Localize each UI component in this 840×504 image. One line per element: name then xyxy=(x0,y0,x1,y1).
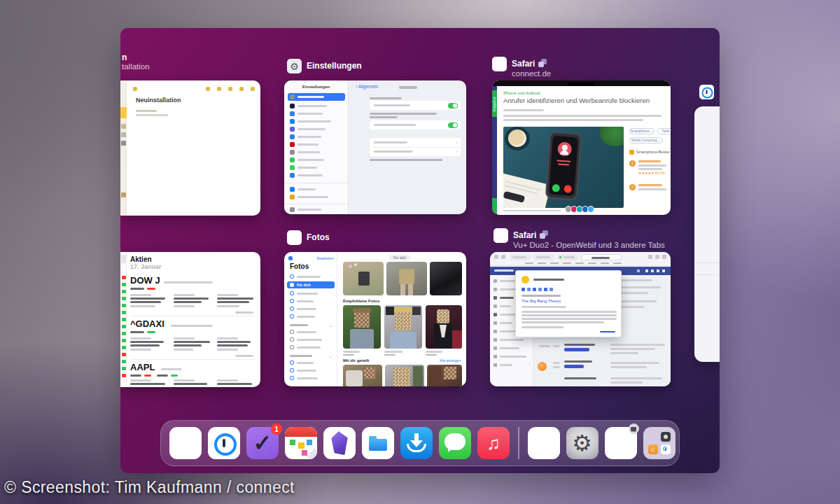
article-headline: Anrufer identifizieren und Werbeanrufe b… xyxy=(503,97,664,104)
rating-stars: ★★★★★ 93,0% xyxy=(638,172,665,175)
settings-detail-pane: ‹ Allgemein › › xyxy=(349,80,466,214)
photos-sidebar-title: Fotos xyxy=(290,263,309,270)
pill-smartphones: Smartphones ⌄ xyxy=(629,128,654,134)
photo-thumb xyxy=(385,365,424,386)
settings-app-icon: ⚙ xyxy=(287,59,302,74)
settings-sidebar-title: Einstellungen xyxy=(284,85,348,89)
app-folder-dock-icon[interactable]: ⌂ xyxy=(643,427,676,459)
onepassword-mini-icon xyxy=(661,444,671,454)
onepassword-app-card[interactable] xyxy=(694,106,720,362)
rank-2-badge: 2 xyxy=(629,184,636,190)
notes-app-label: n tallation xyxy=(122,53,150,71)
files-dock-icon[interactable] xyxy=(362,427,394,459)
safari-label-text: Safari xyxy=(512,59,535,69)
stocks-title: Aktien xyxy=(130,256,152,263)
onepassword-app-icon xyxy=(699,85,714,99)
fantastical-dock-icon[interactable] xyxy=(285,427,317,459)
safari-app-icon xyxy=(492,57,507,71)
settings-selected-row xyxy=(288,93,345,101)
safari-connect-label: Safari connect.de xyxy=(492,57,551,78)
photos-hero-strip xyxy=(430,262,462,295)
notes-app-card[interactable]: Neuinstallation xyxy=(120,80,260,216)
notes-toolbar-icon xyxy=(251,87,255,91)
bestenliste-title: Smartphone-Bestenliste xyxy=(636,150,670,155)
address-bar xyxy=(581,254,622,260)
trophy-icon xyxy=(629,150,634,155)
safari-openwebif-card[interactable]: › xyxy=(490,252,671,386)
photos-edit-link: Bearbeiten xyxy=(317,257,334,260)
photo-thumb xyxy=(384,305,422,349)
photos-label-text: Fotos xyxy=(307,233,330,242)
camera-mini-icon xyxy=(661,432,671,442)
safari-app-icon xyxy=(493,228,508,243)
settings-app-card[interactable]: Einstellungen xyxy=(284,80,466,214)
notes-sidebar-strip xyxy=(120,80,127,216)
article-side-strip: Ratgeber xyxy=(492,86,497,215)
photos-hero-strip xyxy=(386,262,427,295)
share-icons xyxy=(565,206,594,214)
notes-toolbar-icon xyxy=(206,87,210,91)
documents-download-dock-icon[interactable] xyxy=(400,427,433,459)
multiple-windows-icon xyxy=(538,59,547,67)
settings-label-text: Einstellungen xyxy=(307,62,362,71)
notes-toolbar-icon xyxy=(133,87,137,91)
photos-top-tab: Für dich xyxy=(389,255,410,260)
music-dock-icon[interactable]: ♫ xyxy=(477,427,510,459)
notes-toolbar-icon xyxy=(228,87,232,91)
photos-app-card[interactable]: Bearbeiten Fotos Für dich ⌄ ⌄ xyxy=(284,252,466,386)
messages-dock-icon[interactable] xyxy=(439,427,471,459)
handoff-laptop-badge xyxy=(629,424,639,434)
photos-selected-item: Für dich xyxy=(287,281,335,288)
watermark-credit: © Screenshot: Tim Kaufmann / connect xyxy=(4,478,295,497)
rank-1-badge: 1 xyxy=(629,160,636,167)
photos-app-icon xyxy=(287,230,302,245)
photo-thumb xyxy=(343,365,382,386)
ratgeber-tag: Ratgeber xyxy=(493,97,496,111)
article-right-rail: Smartphones ⌄ Tarife Mobile Computing ⌄ … xyxy=(629,127,671,211)
home-mini-icon: ⌂ xyxy=(648,444,658,454)
phone-in-photo xyxy=(545,132,582,201)
epg-program-title: The Big Bang Theory xyxy=(522,299,561,303)
gem-app-dock-icon[interactable] xyxy=(323,427,356,459)
article-photo xyxy=(503,127,624,208)
safari-connect-card[interactable]: Ratgeber iPhone und Android Anrufer iden… xyxy=(492,80,671,215)
notes-toolbar-icon xyxy=(217,87,221,91)
safari-window-title: connect.de xyxy=(512,69,551,78)
channel-logo xyxy=(538,362,547,371)
note-title: Neuinstallation xyxy=(136,97,181,104)
settings-back-link: ‹ Allgemein xyxy=(356,85,378,90)
photo-thumb xyxy=(343,305,381,349)
browser-top-bezel xyxy=(492,80,671,86)
safari-label-text: Safari xyxy=(513,230,536,240)
settings-sidebar: Einstellungen xyxy=(284,80,349,214)
photos-section-geteilt: Mit dir geteilt xyxy=(343,358,369,363)
safari-openwebif-label: Safari Vu+ Duo2 - OpenWebif und 3 andere… xyxy=(493,228,665,250)
notes-app-name-clipped: n xyxy=(122,53,150,62)
photos-see-all-link: Alle anzeigen xyxy=(440,359,461,363)
photos-hero-strip xyxy=(343,262,384,295)
dock: ✓ 1 xyxy=(160,420,680,466)
photos-app-label: Fotos xyxy=(287,230,330,245)
photo-thumb xyxy=(427,365,462,386)
photos-sidebar: Bearbeiten Fotos Für dich ⌄ ⌄ xyxy=(284,252,337,386)
settings-app-label: ⚙ Einstellungen xyxy=(287,59,362,74)
safari-window-title: Vu+ Duo2 - OpenWebif und 3 andere Tabs xyxy=(513,241,665,250)
onepassword-dock-icon[interactable] xyxy=(208,427,240,459)
things-badge: 1 xyxy=(271,424,282,435)
pill-mobile-computing: Mobile Computing ⌄ xyxy=(629,137,663,144)
photos-section-empfohlene: Empfohlene Fotos xyxy=(343,299,379,303)
pill-tarife: Tarife xyxy=(657,128,671,134)
stocks-app-card[interactable]: Aktien 17. Januar DOW J ^GDAXI AAPL xyxy=(120,252,260,387)
safari-dock-icon[interactable] xyxy=(169,427,202,459)
screenshot-photo: n tallation ⚙ Einstellungen Safari conne… xyxy=(0,0,840,504)
photo-thumb xyxy=(426,305,462,349)
notes-window-title-clipped: tallation xyxy=(122,62,150,71)
photos-dock-icon[interactable] xyxy=(528,427,560,459)
ticker-dowj: DOW J xyxy=(130,276,160,285)
dock-divider xyxy=(518,427,519,459)
safari-handoff-dock-icon[interactable] xyxy=(605,427,637,459)
stocks-sidebar-strip xyxy=(120,252,127,387)
app-switcher: n tallation ⚙ Einstellungen Safari conne… xyxy=(120,28,720,473)
settings-dock-icon[interactable]: ⚙ xyxy=(566,427,598,459)
things-dock-icon[interactable]: ✓ 1 xyxy=(246,427,279,459)
